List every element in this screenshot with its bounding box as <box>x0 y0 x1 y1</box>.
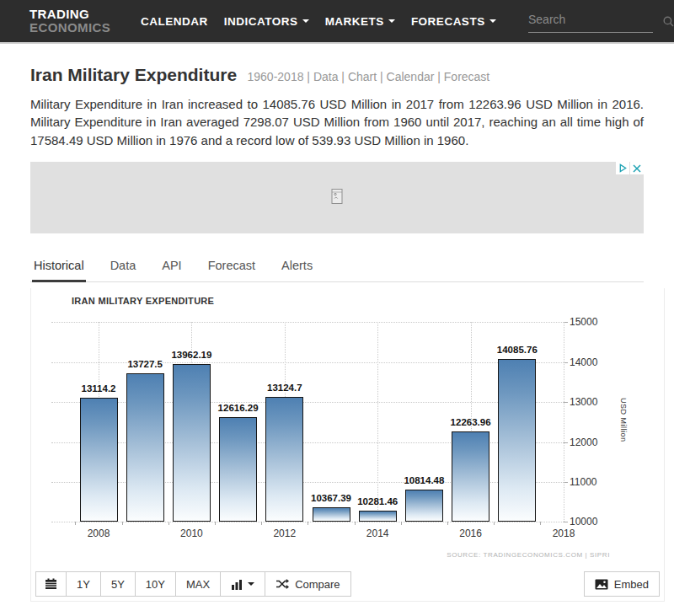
bar-value-label: 14085.76 <box>479 345 555 355</box>
y-axis-label: 14000 <box>570 356 597 368</box>
bar-2016[interactable] <box>452 431 489 522</box>
y-axis-title: USD Million <box>619 398 628 442</box>
tab-historical[interactable]: Historical <box>32 252 86 282</box>
bar-2010[interactable] <box>173 364 211 522</box>
x-axis-tick <box>447 522 448 525</box>
compare-button[interactable]: Compare <box>265 571 350 597</box>
range-button-1y[interactable]: 1Y <box>66 571 101 597</box>
calendar-icon <box>45 578 57 590</box>
x-axis-tick <box>168 522 169 525</box>
x-axis-label: 2012 <box>264 528 306 539</box>
y-axis-label: 10000 <box>570 516 597 528</box>
subtitle-link-chart[interactable]: Chart <box>348 70 377 83</box>
bar-value-label: 13962.19 <box>153 350 229 360</box>
ad-banner <box>30 162 644 233</box>
ad-close-icon[interactable] <box>630 162 644 174</box>
bar-value-label: 13124.7 <box>247 383 323 393</box>
bar-2012[interactable] <box>265 397 303 522</box>
chart-type-button[interactable] <box>220 571 265 597</box>
gridline-vertical <box>564 322 564 522</box>
x-axis-tick <box>215 522 216 525</box>
x-axis-tick <box>261 522 262 525</box>
gridline-horizontal <box>51 322 564 323</box>
chevron-down-icon <box>248 582 254 586</box>
x-axis-tick <box>355 522 356 525</box>
y-axis-label: 12000 <box>570 437 597 448</box>
embed-button[interactable]: Embed <box>584 571 660 597</box>
x-axis-label: 2016 <box>450 528 492 539</box>
x-axis-label: 2010 <box>170 528 212 539</box>
bar-2015[interactable] <box>405 490 443 522</box>
bar-2017[interactable] <box>498 359 536 522</box>
chart-panel: IRAN MILITARY EXPENDITURE 15000140001300… <box>30 288 665 602</box>
bar-value-label: 13114.2 <box>61 383 136 394</box>
bar-2014[interactable] <box>359 511 397 522</box>
nav-item-calendar[interactable]: CALENDAR <box>141 15 208 28</box>
chevron-down-icon <box>388 19 395 23</box>
chart-title: IRAN MILITARY EXPENDITURE <box>72 296 214 306</box>
bar-2013[interactable] <box>313 507 350 522</box>
tab-alerts[interactable]: Alerts <box>280 252 314 282</box>
search-input[interactable] <box>528 11 653 32</box>
y-axis-label: 13000 <box>570 396 597 408</box>
bar-2009[interactable] <box>126 373 164 522</box>
calendar-button[interactable] <box>35 571 67 597</box>
subtitle-links: | Data | Chart | Calendar | Forecast <box>303 70 489 83</box>
y-axis-tick <box>564 522 568 522</box>
embed-label: Embed <box>614 578 649 591</box>
chevron-down-icon <box>489 19 496 23</box>
nav-item-markets[interactable]: MARKETS <box>325 15 395 28</box>
nav-item-forecasts[interactable]: FORECASTS <box>411 15 496 28</box>
chart-source: SOURCE: TRADINGECONOMICS.COM | SIPRI <box>447 551 610 559</box>
compare-label: Compare <box>295 578 340 591</box>
logo-line1: TRADING <box>29 8 110 21</box>
subtitle: 1960-2018 | Data | Chart | Calendar | Fo… <box>248 70 490 83</box>
subtitle-link-data[interactable]: Data <box>313 70 339 83</box>
subtitle-link-calendar[interactable]: Calendar <box>387 70 435 83</box>
bar-value-label: 12263.96 <box>433 417 509 427</box>
tab-api[interactable]: API <box>160 252 183 282</box>
tab-data[interactable]: Data <box>109 252 138 282</box>
bar-value-label: 13727.5 <box>107 359 183 369</box>
x-axis-label: 2014 <box>356 528 399 539</box>
subtitle-link-forecast[interactable]: Forecast <box>444 70 489 83</box>
y-axis-label: 15000 <box>570 316 597 328</box>
broken-image-icon <box>331 188 343 207</box>
nav-menu: CALENDARINDICATORSMARKETSFORECASTS <box>141 15 496 28</box>
range-button-10y[interactable]: 10Y <box>135 571 176 597</box>
chevron-down-icon <box>302 19 309 23</box>
y-axis-label: 11000 <box>570 476 596 488</box>
tab-bar: HistoricalDataAPIForecastAlerts <box>30 252 644 282</box>
page-title: Iran Military Expenditure <box>30 65 237 84</box>
x-axis-tick <box>540 522 541 525</box>
trading-economics-logo[interactable]: TRADING ECONOMICS <box>29 8 110 35</box>
x-axis-label: 2008 <box>78 528 120 539</box>
bar-2011[interactable] <box>219 417 257 522</box>
search-icon[interactable] <box>663 15 674 30</box>
range-toolbar: 1Y5Y10YMAX Compare <box>35 571 350 597</box>
bar-chart-icon <box>231 578 243 590</box>
chart-toolbar: 1Y5Y10YMAX Compare Emb <box>35 571 660 597</box>
x-axis-tick <box>75 522 76 525</box>
bar-value-label: 10814.48 <box>386 475 462 485</box>
tab-forecast[interactable]: Forecast <box>206 252 257 282</box>
x-axis-tick <box>494 522 495 525</box>
top-nav: TRADING ECONOMICS CALENDARINDICATORSMARK… <box>0 0 674 44</box>
x-axis-label: 2018 <box>543 528 585 539</box>
search-field[interactable] <box>528 11 653 33</box>
bar-value-label: 10281.46 <box>340 496 415 506</box>
bar-value-label: 12616.29 <box>201 403 276 413</box>
x-axis-tick <box>122 522 123 525</box>
nav-item-indicators[interactable]: INDICATORS <box>224 15 309 28</box>
page-header: Iran Military Expenditure 1960-2018 | Da… <box>30 65 644 85</box>
shuffle-icon <box>275 578 289 590</box>
gridline-vertical <box>377 322 378 522</box>
bar-2008[interactable] <box>80 398 118 522</box>
x-axis-tick <box>308 522 308 525</box>
range-button-max[interactable]: MAX <box>175 571 221 597</box>
adchoices-icon[interactable] <box>616 162 629 174</box>
range-button-5y[interactable]: 5Y <box>100 571 136 597</box>
x-axis-tick <box>401 522 402 525</box>
subtitle-range: 1960-2018 <box>248 70 304 83</box>
logo-line2: ECONOMICS <box>29 21 110 35</box>
